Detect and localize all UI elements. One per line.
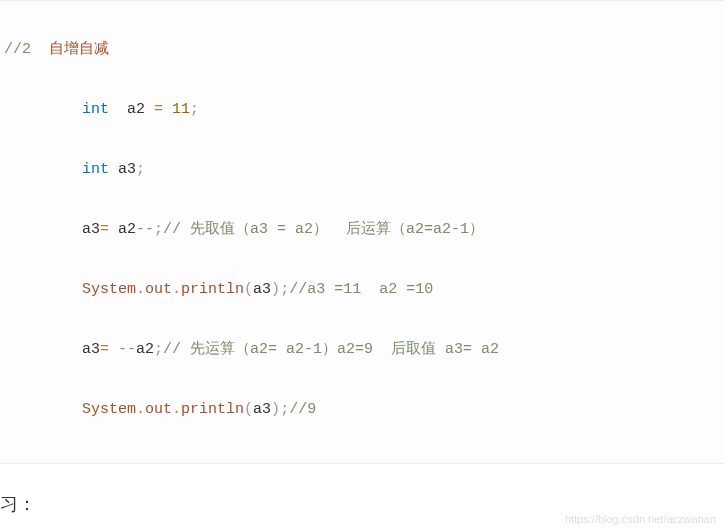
class-system: System (82, 401, 136, 418)
comment: //2 (4, 41, 31, 58)
rparen: ) (271, 401, 280, 418)
num-11: 11 (163, 101, 190, 118)
class-system: System (82, 281, 136, 298)
op-assign: = (154, 101, 163, 118)
var-a3: a3 (82, 341, 100, 358)
semicolon: ; (154, 221, 163, 238)
method-println: println (181, 281, 244, 298)
watermark: https://blog.csdn.net/aczwanan (565, 508, 716, 530)
var-a2: a2 (136, 341, 154, 358)
semicolon: ; (280, 401, 289, 418)
keyword-int: int (82, 161, 109, 178)
semicolon: ; (154, 341, 163, 358)
op-assign: = (100, 221, 118, 238)
keyword-int: int (82, 101, 109, 118)
semicolon: ; (280, 281, 289, 298)
semicolon: ; (136, 161, 145, 178)
arg-a3: a3 (253, 281, 271, 298)
var-a3: a3 (109, 161, 136, 178)
arg-a3: a3 (253, 401, 271, 418)
field-out: out (145, 401, 172, 418)
comment-text: 自增自减 (31, 41, 109, 58)
comment: // 先运算（a2= a2-1）a2=9 后取值 a3= a2 (163, 341, 499, 358)
var-a2: a2 (109, 101, 154, 118)
dot: . (136, 401, 145, 418)
rparen: ) (271, 281, 280, 298)
method-println: println (181, 401, 244, 418)
lparen: ( (244, 281, 253, 298)
dot: . (172, 281, 181, 298)
var-a3: a3 (82, 221, 100, 238)
var-a2: a2 (118, 221, 136, 238)
dot: . (172, 401, 181, 418)
dot: . (136, 281, 145, 298)
semicolon: ; (190, 101, 199, 118)
comment: //a3 =11 a2 =10 (289, 281, 433, 298)
op-decrement: -- (118, 341, 136, 358)
op-decrement: -- (136, 221, 154, 238)
lparen: ( (244, 401, 253, 418)
op-assign: = (100, 341, 118, 358)
code-block-1: //2 自增自减 int a2 = 11; int a3; a3= a2--;/… (0, 0, 724, 464)
comment: //9 (289, 401, 316, 418)
comment: // 先取值（a3 = a2） 后运算（a2=a2-1） (163, 221, 484, 238)
field-out: out (145, 281, 172, 298)
